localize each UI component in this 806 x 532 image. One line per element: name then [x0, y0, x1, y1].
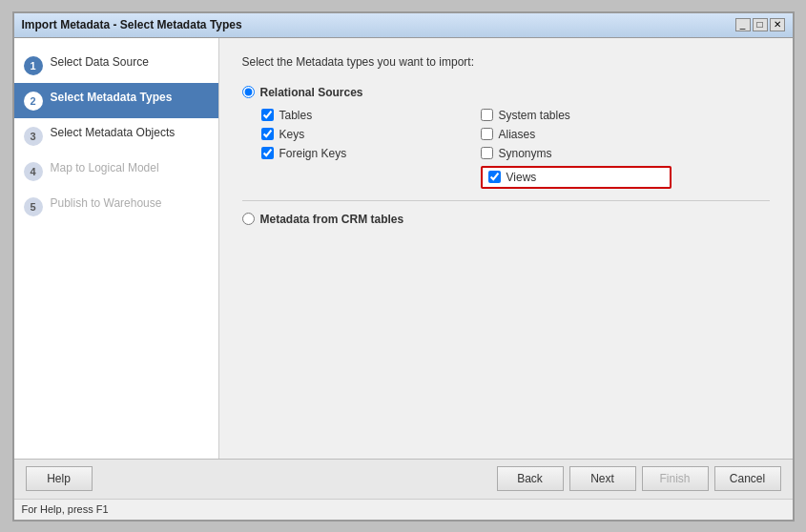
content-area: 1 Select Data Source 2 Select Metadata T…	[14, 38, 793, 459]
relational-sources-label: Relational Sources	[260, 86, 363, 99]
tables-label: Tables	[279, 109, 313, 122]
options-grid: Tables System tables Keys Aliases Foreig…	[261, 109, 770, 189]
main-panel: Select the Metadata types you want to im…	[219, 38, 793, 459]
bottom-bar: Help Back Next Finish Cancel	[14, 459, 793, 499]
empty-cell	[261, 166, 452, 189]
foreign-keys-checkbox[interactable]	[261, 147, 274, 159]
step-badge-5: 5	[24, 197, 43, 216]
keys-label: Keys	[279, 128, 305, 141]
status-bar: For Help, press F1	[14, 499, 793, 520]
synonyms-checkbox[interactable]	[481, 147, 493, 159]
keys-checkbox[interactable]	[261, 128, 274, 140]
foreign-keys-checkbox-label[interactable]: Foreign Keys	[261, 147, 452, 160]
system-tables-checkbox[interactable]	[481, 109, 493, 121]
step-badge-3: 3	[24, 127, 43, 146]
sidebar-label-4: Map to Logical Model	[51, 161, 159, 176]
aliases-checkbox[interactable]	[481, 128, 493, 140]
sidebar-item-1[interactable]: 1 Select Data Source	[14, 48, 218, 83]
tables-checkbox-label[interactable]: Tables	[261, 109, 452, 122]
sidebar-item-2[interactable]: 2 Select Metadata Types	[14, 83, 218, 118]
crm-label: Metadata from CRM tables	[260, 213, 404, 226]
window-title: Import Metadata - Select Metadata Types	[22, 18, 242, 31]
step-badge-1: 1	[24, 56, 43, 75]
sidebar-label-5: Publish to Warehouse	[51, 196, 162, 212]
crm-radio[interactable]	[242, 213, 255, 225]
title-bar: Import Metadata - Select Metadata Types …	[14, 13, 793, 38]
sidebar-item-5: 5 Publish to Warehouse	[14, 189, 218, 224]
system-tables-checkbox-label[interactable]: System tables	[481, 109, 672, 122]
cancel-button[interactable]: Cancel	[714, 466, 781, 491]
sidebar-item-4: 4 Map to Logical Model	[14, 153, 218, 189]
back-button[interactable]: Back	[497, 466, 564, 491]
aliases-checkbox-label[interactable]: Aliases	[481, 128, 672, 141]
tables-checkbox[interactable]	[261, 109, 274, 121]
synonyms-checkbox-label[interactable]: Synonyms	[481, 147, 672, 160]
finish-button[interactable]: Finish	[642, 466, 709, 491]
restore-button[interactable]: □	[753, 18, 768, 31]
synonyms-label: Synonyms	[499, 147, 552, 160]
foreign-keys-label: Foreign Keys	[279, 147, 347, 160]
sidebar-label-3: Select Metadata Objects	[51, 126, 176, 141]
bottom-right-buttons: Back Next Finish Cancel	[497, 466, 781, 491]
minimize-button[interactable]: _	[735, 18, 751, 31]
main-window: Import Metadata - Select Metadata Types …	[12, 11, 795, 522]
close-button[interactable]: ✕	[770, 18, 785, 31]
next-button[interactable]: Next	[569, 466, 636, 491]
views-checkbox-label[interactable]: Views	[481, 166, 672, 189]
aliases-label: Aliases	[499, 128, 536, 141]
crm-radio-label[interactable]: Metadata from CRM tables	[242, 213, 770, 226]
views-label: Views	[506, 171, 537, 184]
sidebar-item-3[interactable]: 3 Select Metadata Objects	[14, 118, 218, 153]
relational-sources-radio-label[interactable]: Relational Sources	[242, 86, 770, 99]
bottom-left-buttons: Help	[26, 466, 93, 491]
step-badge-2: 2	[24, 92, 43, 111]
relational-sources-radio[interactable]	[242, 86, 255, 98]
sidebar-label-1: Select Data Source	[51, 55, 149, 71]
system-tables-label: System tables	[499, 109, 570, 122]
sidebar-label-2: Select Metadata Types	[51, 91, 173, 106]
help-button[interactable]: Help	[26, 466, 93, 491]
panel-instruction: Select the Metadata types you want to im…	[242, 55, 770, 69]
sidebar: 1 Select Data Source 2 Select Metadata T…	[14, 38, 219, 459]
status-text: For Help, press F1	[22, 503, 109, 515]
keys-checkbox-label[interactable]: Keys	[261, 128, 452, 141]
title-buttons: _ □ ✕	[735, 18, 785, 31]
separator	[242, 200, 770, 201]
views-checkbox[interactable]	[488, 171, 501, 183]
step-badge-4: 4	[24, 162, 43, 181]
